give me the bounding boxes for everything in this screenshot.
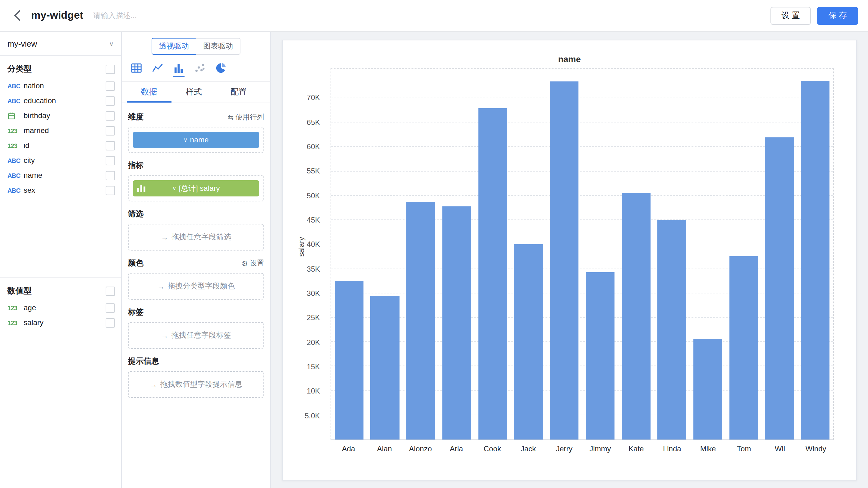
color-settings-button[interactable]: ⚙ 设置 <box>241 258 264 268</box>
y-tick-label: 35K <box>283 264 320 274</box>
field-checkbox[interactable] <box>105 64 115 74</box>
swap-icon: ⇆ <box>228 113 234 122</box>
field-group: 分类型ABCnationABCeducationbirthday123marri… <box>0 56 121 198</box>
x-tick-label: Tom <box>726 445 762 455</box>
y-tick-label: 5.0K <box>283 410 320 421</box>
tab-style[interactable]: 样式 <box>172 82 216 102</box>
use-rowcol-button[interactable]: ⇆ 使用行列 <box>228 113 264 122</box>
chart-type-line-icon[interactable] <box>152 62 163 77</box>
filter-dropzone[interactable]: → 拖拽任意字段筛选 <box>128 224 264 250</box>
field-item-age[interactable]: 123age <box>0 300 121 315</box>
chart-type-scatter-icon[interactable] <box>194 62 206 77</box>
text-field-icon: ABC <box>7 172 24 179</box>
field-checkbox[interactable] <box>105 303 115 312</box>
bar-Alonzo[interactable] <box>406 202 435 439</box>
field-item-name[interactable]: ABCname <box>0 168 121 183</box>
x-tick-label: Jerry <box>546 445 582 455</box>
bar-Ada[interactable] <box>335 281 364 439</box>
chevron-down-icon: ∨ <box>172 185 176 191</box>
filter-label: 筛选 <box>128 209 144 219</box>
field-item-sex[interactable]: ABCsex <box>0 183 121 198</box>
bar-Jimmy[interactable] <box>586 272 615 439</box>
field-checkbox[interactable] <box>105 286 115 296</box>
bar-Windy[interactable] <box>801 81 830 439</box>
bar-Mike[interactable] <box>693 339 722 439</box>
color-label: 颜色 <box>128 258 144 269</box>
y-axis-ticks: 5.0K10K15K20K25K30K35K40K45K50K55K60K65K… <box>283 68 326 440</box>
dimension-pill[interactable]: ∨ name <box>133 132 259 148</box>
field-item-city[interactable]: ABCcity <box>0 153 121 168</box>
field-checkbox[interactable] <box>105 186 115 195</box>
bar-slot <box>762 69 797 439</box>
chart-type-pie-icon[interactable] <box>215 62 227 77</box>
field-item-education[interactable]: ABCeducation <box>0 93 121 108</box>
y-tick-label: 30K <box>283 288 320 298</box>
field-checkbox[interactable] <box>105 111 115 120</box>
field-checkbox[interactable] <box>105 126 115 135</box>
chart-type-table-icon[interactable] <box>130 62 142 77</box>
chart-type-bar-icon[interactable] <box>173 62 185 77</box>
field-name: salary <box>24 318 105 327</box>
y-tick-label: 25K <box>283 313 320 323</box>
color-dropzone[interactable]: → 拖拽分类型字段颜色 <box>128 273 264 300</box>
measure-dropzone[interactable]: ∨ [总计] salary <box>128 175 264 202</box>
bar-Aria[interactable] <box>442 206 471 439</box>
field-name: nation <box>24 82 105 90</box>
widget-editor: my-widget 请输入描述... 设 置 保 存 my-view ∨ 分类型… <box>0 0 868 488</box>
bar-chart-icon <box>137 180 145 196</box>
save-button[interactable]: 保 存 <box>817 6 858 25</box>
x-tick-label: Kate <box>618 445 654 455</box>
bar-Linda[interactable] <box>657 220 686 439</box>
bar-series <box>331 69 833 439</box>
bar-Tom[interactable] <box>729 256 758 439</box>
field-checkbox[interactable] <box>105 171 115 180</box>
label-dropzone[interactable]: → 拖拽任意字段标签 <box>128 322 264 349</box>
field-item-salary[interactable]: 123salary <box>0 315 121 330</box>
drag-arrow-icon: → <box>161 233 168 242</box>
field-name: name <box>24 171 105 180</box>
bar-slot <box>403 69 439 439</box>
tooltip-label: 提示信息 <box>128 356 159 367</box>
field-name: education <box>24 96 105 105</box>
tab-config[interactable]: 配置 <box>216 82 261 102</box>
label-placeholder: 拖拽任意字段标签 <box>172 330 231 341</box>
field-item-married[interactable]: 123married <box>0 123 121 138</box>
chevron-left-icon <box>14 9 21 22</box>
field-item-nation[interactable]: ABCnation <box>0 78 121 93</box>
bar-Wil[interactable] <box>765 138 794 439</box>
field-checkbox[interactable] <box>105 318 115 327</box>
view-selector[interactable]: my-view ∨ <box>0 32 121 56</box>
field-item-birthday[interactable]: birthday <box>0 108 121 123</box>
field-checkbox[interactable] <box>105 141 115 150</box>
bar-Jerry[interactable] <box>550 81 579 439</box>
field-checkbox[interactable] <box>105 96 115 105</box>
tooltip-dropzone[interactable]: → 拖拽数值型字段提示信息 <box>128 371 264 398</box>
dimension-label: 维度 <box>128 112 144 122</box>
description-input[interactable]: 请输入描述... <box>93 10 137 21</box>
bar-Jack[interactable] <box>514 245 543 439</box>
tab-data[interactable]: 数据 <box>127 82 172 102</box>
bar-slot <box>331 69 367 439</box>
driver-tab-pivot[interactable]: 透视驱动 <box>152 38 196 55</box>
bar-slot <box>510 69 546 439</box>
bar-Cook[interactable] <box>478 108 507 440</box>
measure-pill[interactable]: ∨ [总计] salary <box>133 180 259 196</box>
field-checkbox[interactable] <box>105 156 115 165</box>
x-axis-labels: AdaAlanAlonzoAriaCookJackJerryJimmyKateL… <box>331 445 834 455</box>
bar-Alan[interactable] <box>371 296 399 439</box>
settings-button[interactable]: 设 置 <box>770 6 811 25</box>
number-field-icon: 123 <box>7 127 24 134</box>
field-checkbox[interactable] <box>105 81 115 90</box>
y-tick-label: 65K <box>283 117 320 127</box>
bar-slot <box>582 69 618 439</box>
field-item-id[interactable]: 123id <box>0 138 121 153</box>
date-field-icon <box>7 112 24 120</box>
dimension-dropzone[interactable]: ∨ name <box>128 127 264 153</box>
bar-Kate[interactable] <box>622 193 650 439</box>
driver-tab-chart[interactable]: 图表驱动 <box>196 38 241 55</box>
back-button[interactable] <box>10 8 25 23</box>
driver-mode-tabs: 透视驱动图表驱动 <box>152 38 241 55</box>
field-name: id <box>24 141 105 150</box>
field-group: 数值型123age123salary <box>0 277 121 330</box>
text-field-icon: ABC <box>7 157 24 164</box>
